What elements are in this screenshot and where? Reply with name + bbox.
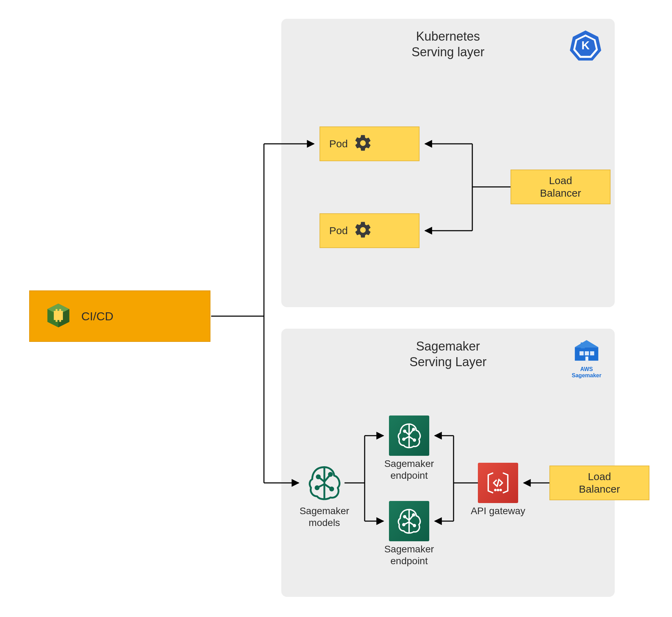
- ep2-cap-l2: endpoint: [390, 556, 428, 566]
- sagemaker-endpoint-2-icon: [389, 501, 429, 541]
- ep1-cap-l2: endpoint: [390, 470, 428, 481]
- kubernetes-panel-title: Kubernetes Serving layer: [281, 28, 615, 60]
- pod-1: Pod: [320, 126, 420, 161]
- sagemaker-models-caption: Sagemaker models: [291, 505, 357, 528]
- pod-2-label: Pod: [329, 225, 348, 237]
- sm-lb-line2: Balancer: [579, 483, 620, 495]
- sagemaker-title-line1: Sagemaker: [416, 339, 480, 353]
- api-gateway-cap-text: API gateway: [471, 505, 525, 516]
- aws-sagemaker-icon: AWS Sagemaker: [571, 338, 602, 379]
- svg-text:K: K: [581, 39, 590, 52]
- api-gateway-icon: [478, 463, 518, 503]
- svg-point-37: [500, 490, 501, 491]
- svg-rect-14: [581, 343, 585, 348]
- sm-lb-line1: Load: [588, 471, 611, 482]
- svg-point-36: [497, 490, 498, 491]
- kubernetes-title-line2: Serving layer: [412, 45, 484, 59]
- svg-point-35: [495, 490, 496, 491]
- svg-line-34: [497, 479, 499, 487]
- aws-sagemaker-label: AWS Sagemaker: [571, 366, 602, 379]
- k8s-lb-label: Load Balancer: [540, 174, 581, 199]
- svg-rect-18: [586, 356, 588, 361]
- cicd-label: CI/CD: [81, 310, 114, 323]
- kubernetes-title-line1: Kubernetes: [416, 29, 480, 43]
- models-cap-l2: models: [309, 517, 340, 528]
- svg-rect-5: [59, 309, 61, 312]
- svg-rect-17: [590, 351, 594, 355]
- sagemaker-title-line2: Serving Layer: [409, 355, 487, 369]
- ep1-cap-l1: Sagemaker: [384, 458, 434, 469]
- k8s-lb-line1: Load: [549, 175, 572, 186]
- gear-icon: [353, 133, 373, 154]
- svg-rect-7: [59, 319, 61, 322]
- cicd-block: CI/CD: [29, 290, 210, 342]
- aws-label-line1: AWS: [580, 366, 593, 372]
- svg-rect-6: [56, 319, 57, 322]
- sagemaker-panel-title: Sagemaker Serving Layer: [281, 338, 615, 370]
- sagemaker-load-balancer: Load Balancer: [549, 466, 649, 500]
- sagemaker-endpoint-1-caption: Sagemaker endpoint: [376, 458, 442, 481]
- sagemaker-models-icon: [304, 463, 345, 503]
- kubernetes-icon: K: [569, 28, 602, 63]
- models-cap-l1: Sagemaker: [299, 505, 349, 516]
- pod-2: Pod: [320, 213, 420, 248]
- api-gateway-caption: API gateway: [465, 505, 531, 517]
- sagemaker-endpoint-2-caption: Sagemaker endpoint: [376, 543, 442, 567]
- ep2-cap-l1: Sagemaker: [384, 544, 434, 554]
- diagram-canvas: CI/CD Kubernetes Serving layer K Pod Pod: [0, 0, 672, 617]
- pod-1-label: Pod: [329, 138, 348, 150]
- codebuild-icon: [44, 301, 73, 331]
- k8s-load-balancer: Load Balancer: [511, 170, 611, 204]
- k8s-lb-line2: Balancer: [540, 187, 581, 199]
- sagemaker-endpoint-1-icon: [389, 416, 429, 456]
- svg-rect-15: [580, 351, 584, 355]
- svg-rect-4: [56, 309, 57, 312]
- svg-rect-16: [585, 351, 589, 355]
- gear-icon: [353, 220, 373, 241]
- svg-rect-3: [54, 311, 63, 320]
- svg-marker-13: [575, 340, 598, 347]
- sm-lb-label: Load Balancer: [579, 470, 620, 495]
- kubernetes-panel: Kubernetes Serving layer K: [281, 19, 615, 307]
- aws-label-line2: Sagemaker: [572, 372, 601, 378]
